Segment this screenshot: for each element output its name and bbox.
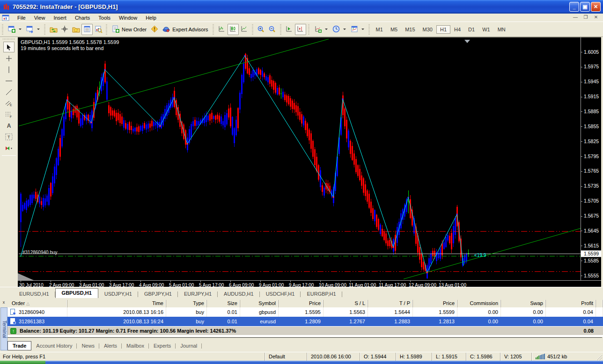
timeframe-button-d1[interactable]: D1 bbox=[464, 25, 478, 34]
arrows-tool[interactable] bbox=[3, 143, 15, 153]
terminal-close-icon[interactable]: x bbox=[1, 300, 7, 306]
market-watch-button[interactable] bbox=[81, 24, 93, 35]
column-header-type[interactable]: Type bbox=[166, 300, 207, 307]
expert-advisors-button[interactable]: Expert Advisors bbox=[160, 24, 210, 35]
column-header-symbol[interactable]: Symbol bbox=[240, 300, 279, 307]
chart-tab-eurjpy-h1[interactable]: EURJPY,H1 bbox=[178, 290, 218, 298]
svg-text:1.5615: 1.5615 bbox=[584, 243, 599, 248]
column-header-tp[interactable]: T / P bbox=[368, 300, 413, 307]
text-tool[interactable]: A bbox=[3, 120, 15, 131]
maximize-button[interactable]: ▣ bbox=[580, 2, 590, 12]
data-window-button[interactable] bbox=[93, 24, 104, 35]
crosshair-tool[interactable] bbox=[3, 53, 15, 64]
chart-shift-marker[interactable] bbox=[464, 40, 470, 43]
column-header-filler bbox=[596, 300, 603, 307]
chart-tab-usdjpy-h1[interactable]: USDJPY,H1 bbox=[98, 290, 138, 298]
terminal-tab-alerts[interactable]: Alerts bbox=[99, 342, 122, 350]
time-axis: 30 Jul 20102 Aug 09:003 Aug 01:003 Aug 1… bbox=[19, 280, 466, 287]
chart-tab-gbpjpy-h1[interactable]: GBPJPY,H1 bbox=[138, 290, 178, 298]
column-header-swap[interactable]: Swap bbox=[501, 300, 546, 307]
chart-shift-button[interactable] bbox=[295, 24, 306, 35]
trendline-tool[interactable] bbox=[3, 87, 15, 97]
resize-grip[interactable] bbox=[595, 353, 603, 361]
zoom-in-button[interactable] bbox=[256, 24, 267, 35]
column-header-time[interactable]: Time bbox=[67, 300, 166, 307]
menu-item-window[interactable]: Window bbox=[115, 14, 141, 22]
indicators-button[interactable] bbox=[312, 24, 330, 35]
timeframe-button-m15[interactable]: M15 bbox=[401, 25, 419, 34]
alerts-toolbar-icon[interactable] bbox=[149, 24, 160, 35]
order-row-312860940[interactable]: 3128609402010.08.13 16:16buy0.01gbpusd1.… bbox=[7, 307, 603, 317]
application-window: { "window": {"title": "7055292: InstaTra… bbox=[0, 0, 603, 364]
terminal-tab-news[interactable]: News bbox=[77, 342, 99, 350]
cell-tp: 1.2883 bbox=[368, 317, 413, 326]
favorites-button[interactable] bbox=[70, 24, 81, 35]
trendline-1[interactable] bbox=[19, 39, 329, 126]
timeframe-button-m1[interactable]: M1 bbox=[372, 25, 387, 34]
chart-area[interactable]: 1.60051.59751.59451.59151.58851.58551.58… bbox=[18, 37, 601, 287]
child-restore-button[interactable]: ❐ bbox=[582, 15, 589, 20]
vline-tool[interactable] bbox=[3, 64, 15, 75]
candlestick-chart-button[interactable] bbox=[228, 24, 239, 35]
menu-bar: FileViewInsertChartsToolsWindowHelp — ❐ … bbox=[0, 14, 603, 22]
column-header-profit[interactable]: Profit bbox=[546, 300, 596, 307]
child-minimize-button[interactable]: — bbox=[572, 15, 579, 20]
menu-item-tools[interactable]: Tools bbox=[94, 14, 115, 22]
column-header-sl[interactable]: S / L bbox=[324, 300, 368, 307]
menu-item-file[interactable]: File bbox=[13, 14, 30, 22]
auto-scroll-button[interactable] bbox=[284, 24, 295, 35]
new-order-button[interactable]: New Order bbox=[110, 24, 149, 35]
cell-swap: 0.00 bbox=[501, 317, 546, 326]
column-header-order[interactable]: Order △ bbox=[7, 300, 67, 307]
crosshair-button[interactable] bbox=[59, 24, 70, 35]
fibonacci-tool[interactable]: F bbox=[3, 109, 15, 120]
line-chart-button[interactable] bbox=[239, 24, 250, 35]
close-button[interactable]: ✕ bbox=[591, 2, 601, 12]
status-field-5: V: 1205 bbox=[500, 353, 531, 361]
column-header-price[interactable]: Price bbox=[413, 300, 457, 307]
cell-price: 1.2809 bbox=[279, 317, 324, 326]
timeframe-button-h4[interactable]: H4 bbox=[450, 25, 464, 34]
bar-chart-button[interactable] bbox=[216, 24, 228, 35]
open-offline-button[interactable] bbox=[24, 24, 42, 35]
menu-item-view[interactable]: View bbox=[30, 14, 50, 22]
menu-item-charts[interactable]: Charts bbox=[71, 14, 94, 22]
terminal-side-tab[interactable]: Terminal bbox=[0, 307, 7, 350]
chart-tab-eurusd-h1[interactable]: EURUSD,H1 bbox=[13, 290, 55, 298]
terminal-tab-account-history[interactable]: Account History bbox=[31, 342, 77, 350]
terminal-tab-trade[interactable]: Trade bbox=[7, 341, 31, 350]
zoom-out-button[interactable] bbox=[267, 24, 278, 35]
timeframe-button-w1[interactable]: W1 bbox=[478, 25, 494, 34]
column-header-price[interactable]: Price bbox=[279, 300, 324, 307]
column-header-size[interactable]: Size bbox=[207, 300, 240, 307]
menu-item-insert[interactable]: Insert bbox=[49, 14, 71, 22]
start-button-sliver[interactable] bbox=[0, 361, 45, 364]
svg-text:1.5599: 1.5599 bbox=[584, 251, 599, 256]
chart-tab-usdchf-h1[interactable]: USDCHF,H1 bbox=[260, 290, 301, 298]
chart-tab-gbpusd-h1[interactable]: GBPUSD,H1 bbox=[55, 288, 98, 298]
chart-tab-audusd-h1[interactable]: AUDUSD,H1 bbox=[218, 290, 260, 298]
terminal-tab-mailbox[interactable]: Mailbox bbox=[122, 342, 149, 350]
terminal-tab-experts[interactable]: Experts bbox=[149, 342, 176, 350]
timeframe-button-m30[interactable]: M30 bbox=[419, 25, 436, 34]
menu-item-help[interactable]: Help bbox=[141, 14, 161, 22]
profiles-button[interactable] bbox=[48, 24, 59, 35]
timeframe-button-mn[interactable]: MN bbox=[494, 25, 509, 34]
text-label-tool[interactable]: T bbox=[3, 131, 15, 142]
title-bar[interactable]: 7055292: InstaTrader - [GBPUSD,H1] _ ▣ ✕ bbox=[0, 0, 603, 14]
templates-button[interactable] bbox=[348, 24, 367, 35]
column-header-commission[interactable]: Commission bbox=[457, 300, 501, 307]
timeframe-button-h1[interactable]: H1 bbox=[436, 25, 450, 34]
new-chart-button[interactable] bbox=[6, 24, 24, 35]
minimize-button[interactable]: _ bbox=[569, 2, 579, 12]
cursor-tool[interactable] bbox=[3, 42, 15, 52]
child-close-button[interactable]: ✕ bbox=[593, 15, 599, 20]
timeframe-button-m5[interactable]: M5 bbox=[387, 25, 401, 34]
periods-button[interactable] bbox=[330, 24, 348, 35]
terminal-tab-journal[interactable]: Journal bbox=[176, 342, 202, 350]
status-profile[interactable]: Default bbox=[265, 353, 307, 361]
order-row-312861383[interactable]: 3128613832010.08.13 16:24buy0.01eurusd1.… bbox=[7, 317, 603, 326]
channel-tool[interactable]: E bbox=[3, 98, 15, 109]
hline-tool[interactable] bbox=[3, 75, 15, 86]
chart-tab-eurgbp-h1[interactable]: EURGBP,H1 bbox=[301, 290, 342, 298]
